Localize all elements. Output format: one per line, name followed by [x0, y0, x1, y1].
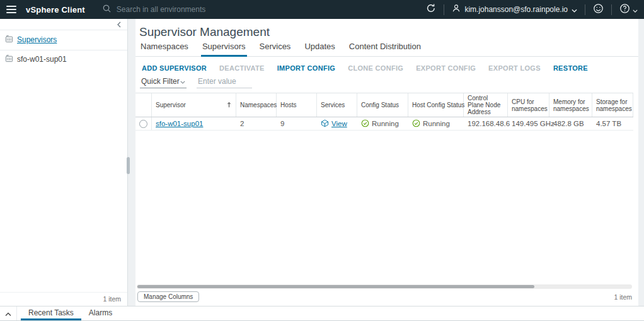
user-menu[interactable]: kim.johansson@sfo.rainpole.io	[452, 4, 577, 15]
table-row: sfo-w01-sup01 2 9 View Running	[135, 117, 633, 131]
pane-splitter-handle[interactable]	[127, 157, 130, 174]
collapse-left-icon[interactable]	[117, 19, 122, 30]
host-config-status-text: Running	[423, 120, 450, 127]
column-header-cpu-for-namespaces[interactable]: CPU for namespaces	[508, 93, 549, 117]
help-menu[interactable]	[619, 3, 638, 16]
sidebar-item-count: 1 item	[0, 292, 127, 306]
header-divider	[585, 4, 585, 15]
cell-cpu: 149.495 GHz	[508, 117, 549, 130]
column-header-supervisor[interactable]: Supervisor	[152, 93, 236, 117]
select-column-header	[135, 93, 152, 117]
sidebar-item-label: sfo-w01-sup01	[17, 55, 67, 64]
supervisor-host-icon	[5, 35, 13, 45]
product-title: vSphere Client	[26, 5, 85, 15]
deactivate-button[interactable]: DEACTIVATE	[217, 63, 267, 73]
supervisor-host-icon	[5, 54, 13, 64]
cell-control-plane-node-address: 192.168.48.6	[464, 117, 508, 130]
quick-filter-input[interactable]	[197, 77, 252, 88]
sidebar: Supervisors sfo-w01-sup01 1 item	[0, 19, 128, 306]
sidebar-item-sfo-w01-sup01[interactable]: sfo-w01-sup01	[0, 50, 127, 68]
column-header-config-status[interactable]: Config Status	[357, 93, 408, 117]
column-header-memory-for-namespaces[interactable]: Memory for namespaces	[549, 93, 592, 117]
quick-filter-label: Quick Filter	[141, 77, 180, 86]
tab-updates[interactable]: Updates	[303, 42, 336, 57]
main-content: Supervisor Management Namespaces Supervi…	[135, 19, 638, 306]
vsphere-client-window: vSphere Client kim.johansson@sfo.rainpol…	[0, 0, 644, 321]
supervisors-table: Supervisor Namespaces Hosts Services Con…	[135, 93, 633, 131]
check-circle-icon	[412, 119, 420, 129]
config-status-text: Running	[372, 120, 399, 127]
page-title: Supervisor Management	[139, 26, 638, 38]
refresh-icon[interactable]	[426, 3, 436, 16]
sidebar-item-label: Supervisors	[17, 35, 57, 44]
quick-filter-row: Quick Filter	[135, 77, 638, 88]
chevron-down-icon	[572, 4, 577, 15]
add-supervisor-button[interactable]: ADD SUPERVISOR	[140, 63, 209, 73]
sidebar-item-supervisors[interactable]: Supervisors	[0, 30, 127, 50]
column-header-host-config-status[interactable]: Host Config Status	[408, 93, 464, 117]
main-tabs: Namespaces Supervisors Services Updates …	[135, 42, 638, 57]
table-header-row: Supervisor Namespaces Hosts Services Con…	[135, 93, 633, 117]
cell-memory: 482.8 GB	[549, 117, 592, 130]
column-header-services[interactable]: Services	[317, 93, 357, 117]
tab-services[interactable]: Services	[258, 42, 292, 57]
row-select-radio[interactable]	[139, 120, 147, 128]
column-header-hosts[interactable]: Hosts	[277, 93, 317, 117]
search-icon	[102, 4, 112, 16]
global-search	[102, 4, 255, 16]
help-icon	[619, 3, 630, 16]
sidebar-collapse-strip	[0, 19, 127, 30]
search-input[interactable]	[117, 5, 255, 14]
table-footer: Manage Columns 1 item	[135, 289, 638, 306]
supervisor-link[interactable]: sfo-w01-sup01	[156, 120, 203, 127]
quick-filter-select[interactable]: Quick Filter	[140, 77, 187, 88]
manage-columns-button[interactable]: Manage Columns	[137, 291, 199, 302]
import-config-button[interactable]: IMPORT CONFIG	[275, 63, 338, 73]
table-item-count: 1 item	[614, 293, 632, 301]
header-divider	[444, 4, 444, 15]
horizontal-scrollbar	[137, 284, 632, 289]
chevron-down-icon	[633, 4, 638, 15]
header-divider	[611, 4, 612, 15]
action-toolbar: ADD SUPERVISOR DEACTIVATE IMPORT CONFIG …	[135, 63, 638, 73]
username: kim.johansson@sfo.rainpole.io	[464, 5, 568, 14]
cube-icon	[321, 119, 329, 129]
cell-namespaces: 2	[236, 117, 277, 130]
user-icon	[452, 4, 461, 15]
export-config-button[interactable]: EXPORT CONFIG	[414, 63, 478, 73]
horizontal-scrollbar-thumb[interactable]	[137, 285, 534, 288]
tab-recent-tasks[interactable]: Recent Tasks	[21, 306, 81, 320]
export-logs-button[interactable]: EXPORT LOGS	[486, 63, 543, 73]
tab-alarms[interactable]: Alarms	[81, 306, 120, 320]
expand-panel-button[interactable]	[0, 306, 17, 320]
cell-storage: 4.57 TB	[592, 117, 633, 130]
chevron-down-icon	[180, 77, 185, 86]
tab-content-distribution[interactable]: Content Distribution	[348, 42, 422, 57]
column-header-control-plane-node-address[interactable]: Control Plane Node Address	[464, 93, 508, 117]
tab-namespaces[interactable]: Namespaces	[139, 42, 190, 57]
clone-config-button[interactable]: CLONE CONFIG	[346, 63, 405, 73]
services-view-link[interactable]: View	[331, 120, 347, 127]
feedback-smiley-icon[interactable]	[593, 3, 604, 16]
bottom-panel-bar: Recent Tasks Alarms	[0, 306, 644, 321]
tab-supervisors[interactable]: Supervisors	[201, 42, 247, 57]
hamburger-menu-icon[interactable]	[6, 6, 16, 13]
app-header: vSphere Client kim.johansson@sfo.rainpol…	[0, 0, 644, 19]
check-circle-icon	[361, 119, 369, 129]
column-header-storage-for-namespaces[interactable]: Storage for namespaces	[592, 93, 633, 117]
sort-asc-icon[interactable]	[226, 102, 232, 109]
column-header-namespaces[interactable]: Namespaces	[236, 93, 277, 117]
header-actions: kim.johansson@sfo.rainpole.io	[426, 3, 638, 16]
restore-button[interactable]: RESTORE	[551, 63, 590, 73]
collapse-up-icon	[5, 308, 11, 319]
cell-hosts: 9	[277, 117, 317, 130]
